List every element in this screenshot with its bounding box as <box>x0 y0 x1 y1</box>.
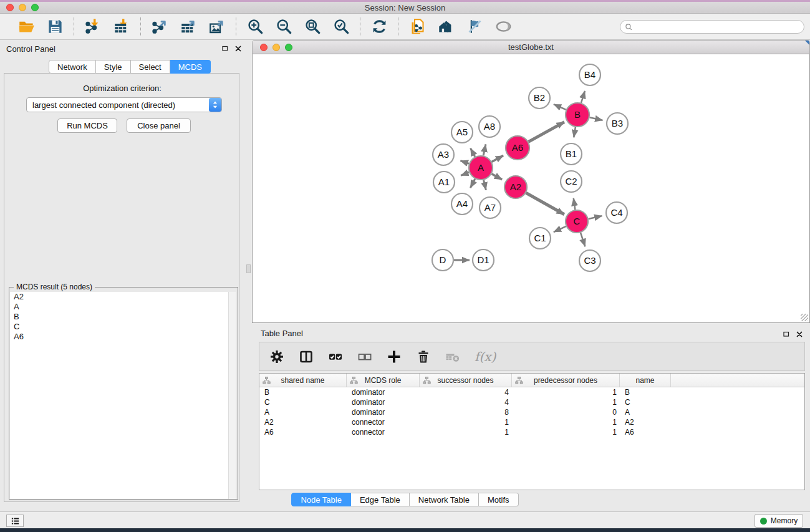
edge-A-A4[interactable] <box>470 179 475 188</box>
cell-name[interactable]: A2 <box>620 417 671 427</box>
cell-successor-nodes[interactable]: 8 <box>420 407 512 417</box>
import-network-button[interactable] <box>83 17 103 37</box>
search-box[interactable] <box>620 20 804 34</box>
split-pane-handle[interactable] <box>246 264 251 273</box>
column-settings-gear-button[interactable] <box>267 347 287 367</box>
export-network-button[interactable] <box>150 17 170 37</box>
edge-A6-B[interactable] <box>529 122 564 142</box>
select-all-check-button[interactable] <box>325 347 345 367</box>
table-row[interactable]: Adominator80A <box>259 407 804 417</box>
edge-C-C2[interactable] <box>574 198 576 210</box>
clone-network-button[interactable] <box>407 17 427 37</box>
cell-successor-nodes[interactable]: 1 <box>420 427 512 437</box>
edge-A-A2[interactable] <box>491 174 502 180</box>
cell-predecessor-nodes[interactable]: 1 <box>512 387 620 397</box>
column-header-successor-nodes[interactable]: successor nodes <box>420 374 512 387</box>
maximize-window-button[interactable] <box>31 4 39 11</box>
result-item[interactable]: A2 <box>10 292 229 302</box>
network-graph[interactable]: B4B2BB3A8A5A6A3B1AA1C2A2A4A7C4CC1C3DD1 <box>253 54 809 322</box>
edge-C-C1[interactable] <box>554 226 566 232</box>
refresh-layout-button[interactable] <box>369 17 389 37</box>
mcds-result-list[interactable]: A2ABCA6 <box>10 292 229 499</box>
cell-MCDS-role[interactable]: connector <box>347 417 420 427</box>
table-row[interactable]: Cdominator41C <box>259 397 804 407</box>
cell-successor-nodes[interactable]: 4 <box>420 387 512 397</box>
tab-mcds[interactable]: MCDS <box>170 60 211 74</box>
cell-name[interactable]: A <box>620 407 671 417</box>
zoom-in-button[interactable] <box>245 17 265 37</box>
result-item[interactable]: C <box>10 322 229 332</box>
network-minimize-button[interactable] <box>272 44 280 51</box>
cell-predecessor-nodes[interactable]: 1 <box>512 427 620 437</box>
edge-A-A7[interactable] <box>484 180 486 190</box>
column-header-MCDS-role[interactable]: MCDS role <box>347 374 420 387</box>
result-item[interactable]: A6 <box>10 332 229 342</box>
network-close-button[interactable] <box>260 44 268 51</box>
export-table-button[interactable] <box>178 17 198 37</box>
split-view-columns-button[interactable] <box>296 347 316 367</box>
zoom-out-button[interactable] <box>274 17 294 37</box>
network-canvas[interactable]: B4B2BB3A8A5A6A3B1AA1C2A2A4A7C4CC1C3DD1 <box>252 54 810 323</box>
edge-B-B2[interactable] <box>554 104 566 110</box>
show-details-eye-button[interactable] <box>493 17 513 37</box>
task-history-button[interactable] <box>6 515 24 527</box>
delete-table-button[interactable] <box>443 347 463 367</box>
network-maximize-button[interactable] <box>285 44 292 51</box>
close-panel-icon[interactable] <box>234 45 242 52</box>
edge-A-A5[interactable] <box>471 148 475 157</box>
edge-A-A3[interactable] <box>460 161 469 164</box>
close-table-panel-icon[interactable] <box>796 331 803 338</box>
tab-motifs[interactable]: Motifs <box>479 493 519 506</box>
search-input[interactable] <box>633 21 804 32</box>
cell-shared-name[interactable]: A2 <box>259 417 347 427</box>
optimization-dropdown[interactable]: largest connected component (directed) <box>26 97 222 112</box>
resize-grip-icon[interactable] <box>801 314 808 321</box>
column-header-name[interactable]: name <box>620 374 671 387</box>
cell-successor-nodes[interactable]: 4 <box>420 397 512 407</box>
tab-network-table[interactable]: Network Table <box>410 493 479 506</box>
tab-node-table[interactable]: Node Table <box>291 493 351 506</box>
cell-predecessor-nodes[interactable]: 0 <box>512 407 620 417</box>
add-column-plus-button[interactable] <box>384 347 404 367</box>
float-panel-icon[interactable] <box>221 45 229 52</box>
save-session-button[interactable] <box>45 17 65 37</box>
network-window-titlebar[interactable]: testGlobe.txt <box>252 40 810 54</box>
cell-name[interactable]: C <box>620 397 671 407</box>
float-table-panel-icon[interactable] <box>783 331 790 338</box>
tab-network[interactable]: Network <box>49 60 96 74</box>
edge-B-B3[interactable] <box>590 117 603 120</box>
table-row[interactable]: A2connector11A2 <box>259 417 804 427</box>
cell-successor-nodes[interactable]: 1 <box>420 417 512 427</box>
import-table-button[interactable] <box>112 17 132 37</box>
edge-A-A1[interactable] <box>461 172 469 175</box>
tab-select[interactable]: Select <box>131 60 170 74</box>
cell-predecessor-nodes[interactable]: 1 <box>512 417 620 427</box>
table-row[interactable]: Bdominator41B <box>259 387 804 397</box>
column-header-predecessor-nodes[interactable]: predecessor nodes <box>512 374 620 387</box>
deselect-all-button[interactable] <box>355 347 375 367</box>
result-list-scrollbar[interactable] <box>228 292 236 499</box>
result-item[interactable]: A <box>10 302 229 312</box>
cell-predecessor-nodes[interactable]: 1 <box>512 397 620 407</box>
export-image-button[interactable] <box>207 17 227 37</box>
cell-MCDS-role[interactable]: dominator <box>347 387 420 397</box>
table-row[interactable]: A6connector11A6 <box>259 427 804 437</box>
cell-shared-name[interactable]: C <box>259 397 347 407</box>
edge-A-A6[interactable] <box>492 155 504 162</box>
tab-edge-table[interactable]: Edge Table <box>351 493 410 506</box>
edge-C-C4[interactable] <box>589 216 602 219</box>
dropdown-stepper[interactable] <box>209 98 221 112</box>
cell-MCDS-role[interactable]: dominator <box>347 407 420 417</box>
cell-MCDS-role[interactable]: dominator <box>347 397 420 407</box>
memory-button[interactable]: Memory <box>755 514 803 528</box>
hide-details-button[interactable] <box>465 17 485 37</box>
zoom-fit-button[interactable] <box>302 17 322 37</box>
delete-column-trash-button[interactable] <box>413 347 433 367</box>
result-item[interactable]: B <box>10 312 229 322</box>
open-session-button[interactable] <box>16 17 36 37</box>
close-panel-button[interactable]: Close panel <box>127 118 191 133</box>
edge-A-A8[interactable] <box>483 144 486 155</box>
home-button[interactable] <box>436 17 456 37</box>
function-builder-button[interactable]: f(x) <box>472 349 496 364</box>
edge-B-B1[interactable] <box>574 127 576 138</box>
